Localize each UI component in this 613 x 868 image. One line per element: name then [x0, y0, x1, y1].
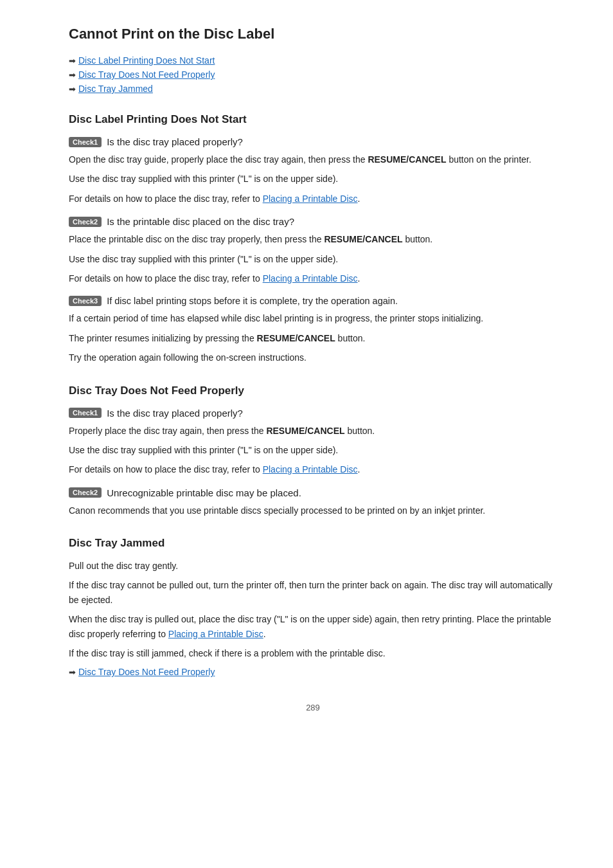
link-placing-disc-1[interactable]: Placing a Printable Disc: [263, 194, 358, 204]
toc-link-1[interactable]: Disc Label Printing Does Not Start: [78, 55, 215, 66]
arrow-icon-3: ➡: [69, 84, 76, 94]
check-question-1-2: Is the printable disc placed on the disc…: [107, 216, 294, 227]
toc-item-2: ➡ Disc Tray Does Not Feed Properly: [69, 69, 557, 80]
para-1-3-1: If a certain period of time has elapsed …: [69, 311, 557, 325]
para-2-1-2: Use the disc tray supplied with this pri…: [69, 443, 557, 457]
check-badge-1-3: Check3: [69, 296, 102, 306]
check-badge-1-2: Check2: [69, 217, 102, 227]
arrow-icon-2: ➡: [69, 70, 76, 80]
para-1-1-3: For details on how to place the disc tra…: [69, 192, 557, 206]
footer-link-item: ➡ Disc Tray Does Not Feed Properly: [69, 667, 557, 677]
check-badge-2-1: Check1: [69, 408, 102, 418]
para-1-1-2: Use the disc tray supplied with this pri…: [69, 172, 557, 186]
para-2-1-3: For details on how to place the disc tra…: [69, 462, 557, 476]
check-row-1-2: Check2 Is the printable disc placed on t…: [69, 216, 557, 227]
section-heading-2: Disc Tray Does Not Feed Properly: [69, 384, 557, 397]
check-question-1-3: If disc label printing stops before it i…: [107, 296, 398, 306]
para-3-4: If the disc tray is still jammed, check …: [69, 646, 557, 660]
check-question-1-1: Is the disc tray placed properly?: [107, 136, 243, 147]
para-1-1-1: Open the disc tray guide, properly place…: [69, 152, 557, 167]
check-badge-2-2: Check2: [69, 487, 102, 498]
bold-resume-4: RESUME/CANCEL: [266, 426, 344, 436]
bold-resume-1: RESUME/CANCEL: [368, 154, 446, 165]
para-1-2-1: Place the printable disc on the disc tra…: [69, 232, 557, 246]
arrow-icon-1: ➡: [69, 56, 76, 66]
para-1-2-3: For details on how to place the disc tra…: [69, 271, 557, 285]
section-disc-tray-not-feed: Disc Tray Does Not Feed Properly Check1 …: [69, 384, 557, 518]
toc-item-1: ➡ Disc Label Printing Does Not Start: [69, 55, 557, 66]
bold-resume-3: RESUME/CANCEL: [257, 333, 335, 343]
check-row-2-1: Check1 Is the disc tray placed properly?: [69, 408, 557, 419]
footer-link[interactable]: Disc Tray Does Not Feed Properly: [78, 667, 215, 677]
page-container: Cannot Print on the Disc Label ➡ Disc La…: [30, 0, 583, 738]
para-3-3: When the disc tray is pulled out, place …: [69, 612, 557, 641]
page-title: Cannot Print on the Disc Label: [69, 26, 557, 42]
para-2-1-1: Properly place the disc tray again, then…: [69, 424, 557, 438]
para-2-2-1: Canon recommends that you use printable …: [69, 503, 557, 518]
arrow-icon-footer: ➡: [69, 667, 76, 677]
check-row-1-3: Check3 If disc label printing stops befo…: [69, 296, 557, 306]
link-placing-disc-2[interactable]: Placing a Printable Disc: [263, 273, 358, 284]
check-question-2-1: Is the disc tray placed properly?: [107, 408, 243, 419]
page-number: 289: [69, 703, 557, 712]
check-badge-1-1: Check1: [69, 137, 102, 147]
para-1-2-2: Use the disc tray supplied with this pri…: [69, 252, 557, 266]
toc-link-2[interactable]: Disc Tray Does Not Feed Properly: [78, 69, 215, 80]
section-disc-label-printing: Disc Label Printing Does Not Start Check…: [69, 113, 557, 365]
toc-link-3[interactable]: Disc Tray Jammed: [78, 84, 153, 94]
check-row-1-1: Check1 Is the disc tray placed properly?: [69, 136, 557, 147]
section-heading-1: Disc Label Printing Does Not Start: [69, 113, 557, 126]
section-disc-tray-jammed: Disc Tray Jammed Pull out the disc tray …: [69, 537, 557, 677]
link-placing-disc-3[interactable]: Placing a Printable Disc: [263, 464, 358, 475]
para-1-3-3: Try the operation again following the on…: [69, 350, 557, 365]
check-row-2-2: Check2 Unrecognizable printable disc may…: [69, 487, 557, 498]
section-heading-3: Disc Tray Jammed: [69, 537, 557, 550]
bold-resume-2: RESUME/CANCEL: [324, 234, 402, 244]
toc-item-3: ➡ Disc Tray Jammed: [69, 84, 557, 94]
table-of-contents: ➡ Disc Label Printing Does Not Start ➡ D…: [69, 55, 557, 94]
para-3-1: Pull out the disc tray gently.: [69, 559, 557, 573]
para-3-2: If the disc tray cannot be pulled out, t…: [69, 578, 557, 607]
link-placing-disc-4[interactable]: Placing a Printable Disc: [168, 629, 263, 639]
para-1-3-2: The printer resumes initializing by pres…: [69, 331, 557, 345]
check-question-2-2: Unrecognizable printable disc may be pla…: [107, 487, 301, 498]
